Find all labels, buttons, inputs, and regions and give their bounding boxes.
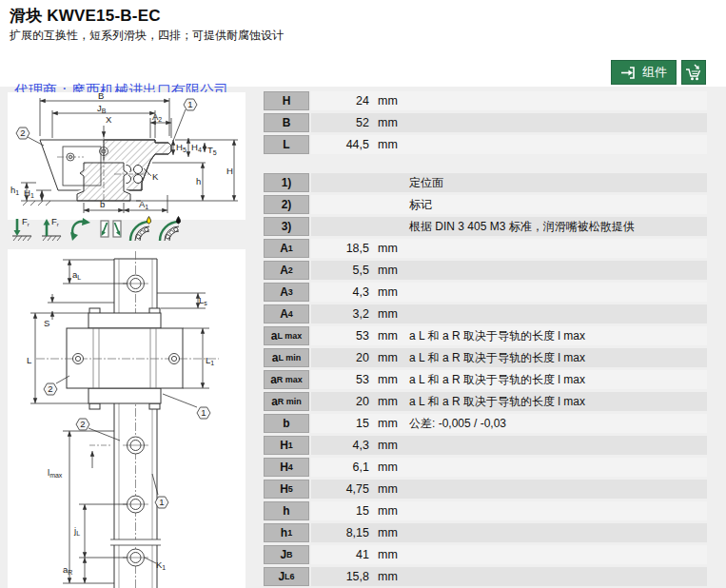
- dimension-label: lmax: [48, 467, 63, 479]
- svg-text:2: 2: [48, 383, 52, 394]
- param-label: h1: [264, 523, 309, 542]
- param-note: a L 和 a R 取决于导轨的长度 l max: [406, 392, 707, 411]
- param-value: 4,3mm: [311, 436, 406, 455]
- cross-section-drawing: BJBA2XH5H4T5HhKh1H1bA112: [8, 92, 245, 220]
- param-value: 41mm: [311, 545, 406, 564]
- param-note: [406, 304, 707, 323]
- table-row: H24mm: [264, 91, 707, 110]
- callout-1: 1: [197, 407, 210, 419]
- param-note: [406, 436, 707, 455]
- param-label: 1): [264, 173, 309, 192]
- param-value: 20mm: [311, 348, 406, 367]
- param-note: [406, 261, 707, 280]
- param-value: 15mm: [311, 501, 406, 520]
- dimension-label: A2: [152, 111, 162, 123]
- param-label: A2: [264, 261, 309, 280]
- header: 滑块 KWVE15-B-EC 扩展的互换性，短系列滑块，四排；可提供耐腐蚀设计 …: [0, 0, 726, 87]
- dimension-label: jL: [73, 525, 80, 537]
- param-note: [406, 523, 707, 542]
- dimension-label: H1: [24, 187, 34, 199]
- param-note: 定位面: [406, 173, 707, 192]
- param-value: [311, 217, 406, 236]
- dimension-label: T5: [207, 145, 217, 156]
- svg-text:Fr: Fr: [51, 216, 59, 227]
- radial-load-up-icon: Fr: [39, 216, 66, 246]
- load-direction-icons: FrFr: [10, 219, 184, 246]
- param-label: aR max: [264, 370, 309, 389]
- header-buttons: 组件: [611, 60, 706, 85]
- param-note: [406, 113, 707, 132]
- table-row: h18,15mm: [264, 523, 707, 542]
- oil-lubrication-icon: [157, 216, 184, 246]
- param-value: [311, 173, 406, 192]
- callout-2: 2: [44, 383, 57, 395]
- param-note: [406, 135, 707, 154]
- param-label: aL max: [264, 326, 309, 345]
- svg-text:Fr: Fr: [22, 216, 29, 227]
- param-value: 15mm: [311, 414, 406, 433]
- param-label: H4: [264, 458, 309, 477]
- table-row: H46,1mm: [264, 458, 707, 477]
- param-label: A1: [264, 239, 309, 258]
- param-value: 5,5mm: [311, 261, 406, 280]
- param-label: L: [264, 135, 309, 154]
- param-label: A4: [264, 304, 309, 323]
- table-row: 3)根据 DIN 3 405 M3 标准，润滑嘴被松散提供: [264, 217, 707, 236]
- top-view-drawing: aLLsSLL1lmaxjLaRK12121: [8, 249, 245, 588]
- callout-2: 2: [16, 127, 29, 139]
- callout-1: 1: [155, 497, 168, 508]
- table-row: 1)定位面: [264, 173, 707, 192]
- param-value: 15,8mm: [311, 567, 406, 586]
- dimension-label: K1: [156, 559, 166, 571]
- dimension-label: H5: [176, 142, 186, 153]
- table-row: aL min20mma L 和 a R 取决于导轨的长度 l max: [264, 348, 707, 367]
- dimension-label: H: [226, 166, 233, 176]
- param-note: 公差: -0,005 / -0,03: [406, 414, 707, 433]
- product-page: 滑块 KWVE15-B-EC 扩展的互换性，短系列滑块，四排；可提供耐腐蚀设计 …: [0, 0, 726, 588]
- param-value: 18,5mm: [311, 239, 406, 258]
- dimension-label: X: [106, 114, 112, 125]
- param-value: [311, 195, 406, 214]
- param-note: [406, 480, 707, 499]
- dimension-label: B: [98, 92, 104, 101]
- dimension-label: h: [196, 176, 201, 186]
- table-row: aR min20mma L 和 a R 取决于导轨的长度 l max: [264, 392, 707, 411]
- dimension-label: H4: [191, 142, 202, 153]
- param-value: 53mm: [311, 326, 406, 345]
- table-row: aR max53mma L 和 a R 取决于导轨的长度 l max: [264, 370, 707, 389]
- dimension-label: aL: [72, 269, 81, 281]
- table-row: 2)标记: [264, 195, 707, 214]
- cart-icon: [685, 64, 702, 81]
- param-note: 根据 DIN 3 405 M3 标准，润滑嘴被松散提供: [406, 217, 707, 236]
- dimension-label: aR: [63, 564, 72, 576]
- spec-table: H24mmB52mmL44,5mm1)定位面2)标记3)根据 DIN 3 405…: [264, 91, 707, 588]
- param-note: a L 和 a R 取决于导轨的长度 l max: [406, 326, 707, 345]
- param-value: 44,5mm: [311, 135, 406, 154]
- dimension-label: L: [27, 355, 31, 365]
- param-note: [406, 567, 707, 586]
- dimension-label: JB: [97, 103, 107, 114]
- param-value: 53mm: [311, 370, 406, 389]
- dimension-label: S: [44, 318, 49, 328]
- param-note: a L 和 a R 取决于导轨的长度 l max: [406, 348, 707, 367]
- param-note: [406, 91, 707, 110]
- table-row: B52mm: [264, 113, 707, 132]
- table-row: L44,5mm: [264, 135, 707, 154]
- svg-text:1: 1: [187, 99, 192, 109]
- components-button[interactable]: 组件: [611, 60, 677, 85]
- table-row: A25,5mm: [264, 261, 707, 280]
- param-note: [406, 545, 707, 564]
- dimension-label: h1: [10, 185, 19, 196]
- param-label: H1: [264, 436, 309, 455]
- param-label: JL6: [264, 567, 309, 586]
- param-label: aR min: [264, 392, 309, 411]
- side-load-icon: [98, 216, 125, 246]
- svg-text:1: 1: [201, 407, 206, 418]
- add-to-cart-button[interactable]: [681, 60, 706, 85]
- param-label: aL min: [264, 348, 309, 367]
- param-note: [406, 283, 707, 302]
- table-row: A34,3mm: [264, 283, 707, 302]
- param-label: B: [264, 113, 309, 132]
- table-row: A118,5mm: [264, 239, 707, 258]
- callout-2: 2: [76, 419, 89, 430]
